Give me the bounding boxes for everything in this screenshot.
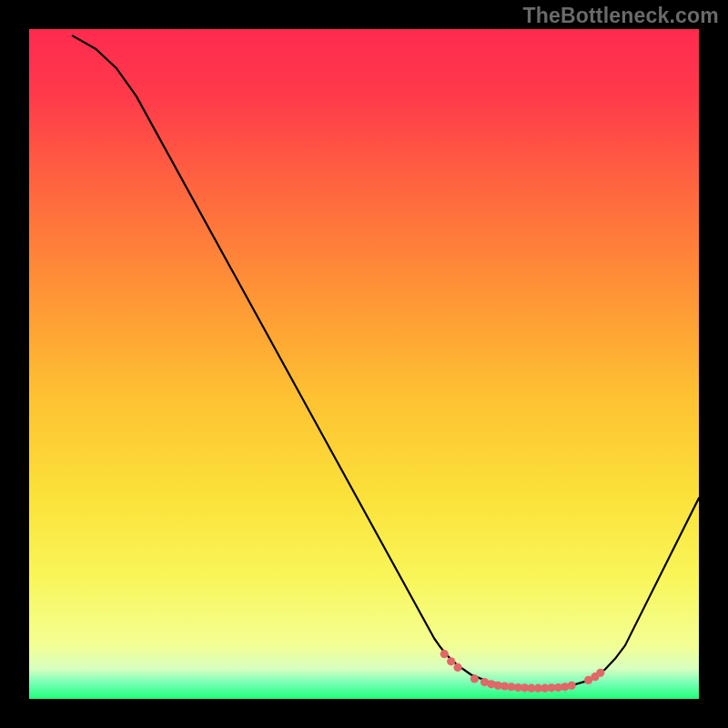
chart-container: TheBottleneck.com — [0, 0, 728, 728]
gradient-background — [29, 29, 699, 699]
watermark-text: TheBottleneck.com — [522, 4, 719, 28]
band-dot — [447, 657, 455, 665]
band-dot — [440, 650, 449, 658]
band-dot — [596, 669, 604, 677]
band-dot — [568, 682, 576, 690]
chart-svg — [0, 0, 728, 728]
band-dot — [453, 663, 461, 672]
band-dot — [470, 674, 479, 682]
